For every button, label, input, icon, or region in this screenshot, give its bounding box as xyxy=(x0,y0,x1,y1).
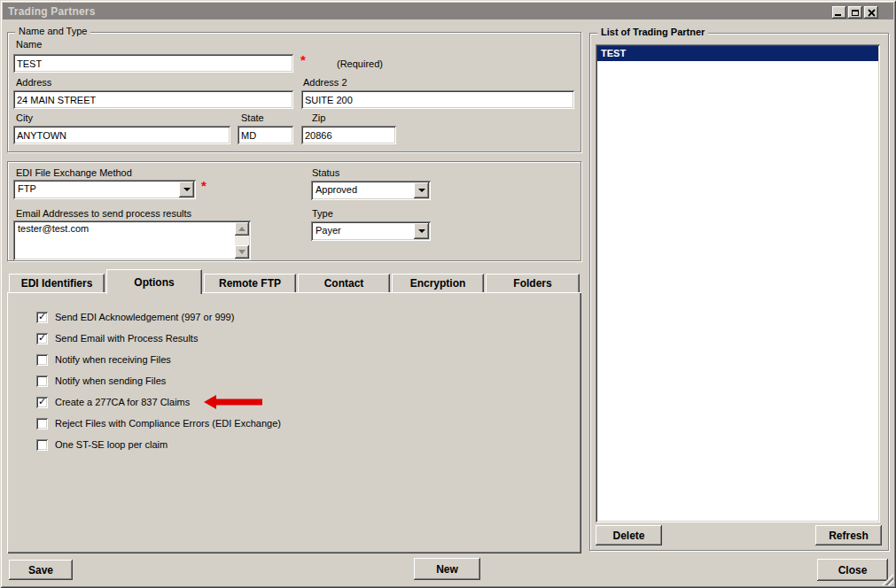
address2-label: Address 2 xyxy=(303,77,347,88)
tab-label: Contact xyxy=(324,277,364,290)
type-combobox[interactable]: Payer xyxy=(311,221,431,241)
refresh-button[interactable]: Refresh xyxy=(815,525,882,545)
tab-folders[interactable]: Folders xyxy=(486,274,580,292)
name-input[interactable] xyxy=(13,54,293,73)
triangle-down-icon xyxy=(238,250,245,254)
titlebar: Trading Partners xyxy=(3,3,893,19)
email-addresses-label: Email Addresses to send process results xyxy=(16,208,191,219)
tab-label: Folders xyxy=(513,277,551,290)
tab-label: Remote FTP xyxy=(219,277,281,290)
options-tab-panel: ✓Send EDI Acknowledgement (997 or 999)✓S… xyxy=(7,292,581,553)
edi-method-value: FTP xyxy=(18,183,36,194)
option-label: Send EDI Acknowledgement (997 or 999) xyxy=(55,312,234,322)
tab-contact[interactable]: Contact xyxy=(298,274,390,292)
city-label: City xyxy=(16,112,33,123)
tab-label: Encryption xyxy=(410,277,466,290)
check-icon: ✓ xyxy=(38,396,46,407)
chevron-down-icon xyxy=(183,188,191,191)
status-label: Status xyxy=(312,167,339,178)
minimize-button[interactable] xyxy=(832,6,846,19)
state-input[interactable] xyxy=(238,126,293,144)
tab-edi-identifiers[interactable]: EDI Identifiers xyxy=(9,274,105,292)
checkbox-reject-files-with-compliance-errors-edi-exchange[interactable] xyxy=(36,418,48,429)
option-row: Notify when sending Files xyxy=(36,370,581,391)
check-icon: ✓ xyxy=(38,311,46,322)
address-label: Address xyxy=(16,77,51,88)
maximize-button[interactable] xyxy=(848,6,862,19)
options-checkbox-list: ✓Send EDI Acknowledgement (997 or 999)✓S… xyxy=(36,306,581,455)
option-row: One ST-SE loop per claim xyxy=(36,434,581,455)
zip-input[interactable] xyxy=(301,126,396,144)
edi-method-dropdown-button[interactable] xyxy=(179,182,194,197)
name-and-type-legend: Name and Type xyxy=(15,26,90,36)
close-icon xyxy=(868,9,876,17)
status-combobox[interactable]: Approved xyxy=(311,181,431,200)
tab-label: EDI Identifiers xyxy=(21,277,93,290)
chevron-down-icon xyxy=(418,229,425,233)
edi-method-combobox[interactable]: FTP xyxy=(13,180,196,199)
window-title: Trading Partners xyxy=(8,5,96,18)
close-window-button[interactable]: Close xyxy=(817,559,888,581)
trading-partners-window: Trading Partners Name and Type Name * (R… xyxy=(0,0,896,588)
option-label: Notify when receiving Files xyxy=(55,354,171,365)
email-addresses-field[interactable]: tester@test.com xyxy=(13,220,251,260)
type-dropdown-button[interactable] xyxy=(414,223,429,239)
address2-input[interactable] xyxy=(301,90,574,109)
required-note: (Required) xyxy=(337,58,383,69)
delete-button[interactable]: Delete xyxy=(596,525,662,545)
partner-listbox[interactable]: TEST xyxy=(596,44,880,522)
tab-encryption[interactable]: Encryption xyxy=(392,274,484,292)
option-label: Create a 277CA for 837 Claims xyxy=(55,397,190,407)
checkbox-notify-when-sending-files[interactable] xyxy=(36,375,48,387)
new-button[interactable]: New xyxy=(414,558,480,580)
scroll-up-button[interactable] xyxy=(235,222,249,236)
save-button[interactable]: Save xyxy=(9,560,73,580)
checkbox-create-a-277ca-for-837-claims[interactable]: ✓ xyxy=(36,397,48,408)
zip-label: Zip xyxy=(312,112,325,123)
tab-options[interactable]: Options xyxy=(106,269,202,294)
status-value: Approved xyxy=(316,184,357,195)
option-row: ✓Send EDI Acknowledgement (997 or 999) xyxy=(36,306,581,328)
email-scrollbar[interactable] xyxy=(235,222,249,259)
maximize-icon xyxy=(852,10,859,16)
city-input[interactable] xyxy=(13,126,230,144)
option-label: Reject Files with Compliance Errors (EDI… xyxy=(55,418,281,429)
checkbox-one-st-se-loop-per-claim[interactable] xyxy=(36,439,48,451)
tab-label: Options xyxy=(134,276,174,289)
name-label: Name xyxy=(16,39,42,50)
chevron-down-icon xyxy=(418,189,425,192)
close-button[interactable] xyxy=(864,6,878,19)
option-label: Notify when sending Files xyxy=(55,375,166,386)
checkbox-send-email-with-process-results[interactable]: ✓ xyxy=(36,333,48,344)
option-label: One ST-SE loop per claim xyxy=(55,439,168,450)
check-icon: ✓ xyxy=(38,332,46,344)
name-required-asterisk: * xyxy=(300,52,306,67)
option-row: Reject Files with Compliance Errors (EDI… xyxy=(36,413,581,434)
partner-list-legend: List of Trading Partner xyxy=(597,27,708,37)
option-row: Notify when receiving Files xyxy=(36,349,581,370)
tab-remote-ftp[interactable]: Remote FTP xyxy=(204,274,296,292)
status-dropdown-button[interactable] xyxy=(414,182,429,198)
red-arrow-icon xyxy=(204,395,262,409)
titlebar-buttons xyxy=(832,6,878,19)
minimize-icon xyxy=(835,14,841,16)
scroll-down-button[interactable] xyxy=(235,245,249,259)
triangle-up-icon xyxy=(238,227,245,231)
option-row: ✓Send Email with Process Results xyxy=(36,328,581,349)
list-item-test[interactable]: TEST xyxy=(597,46,878,61)
tab-bar: EDI IdentifiersOptionsRemote FTPContactE… xyxy=(7,269,583,294)
edi-method-required-asterisk: * xyxy=(201,178,206,193)
option-row: ✓Create a 277CA for 837 Claims xyxy=(36,391,581,413)
address-input[interactable] xyxy=(13,90,293,109)
email-addresses-value: tester@test.com xyxy=(18,223,89,234)
state-label: State xyxy=(241,112,264,123)
edi-method-label: EDI File Exchange Method xyxy=(16,167,132,178)
type-label: Type xyxy=(312,208,333,219)
option-label: Send Email with Process Results xyxy=(55,333,198,344)
type-value: Payer xyxy=(316,225,341,236)
checkbox-notify-when-receiving-files[interactable] xyxy=(36,354,48,366)
checkbox-send-edi-acknowledgement-997-or-999[interactable]: ✓ xyxy=(36,312,48,323)
